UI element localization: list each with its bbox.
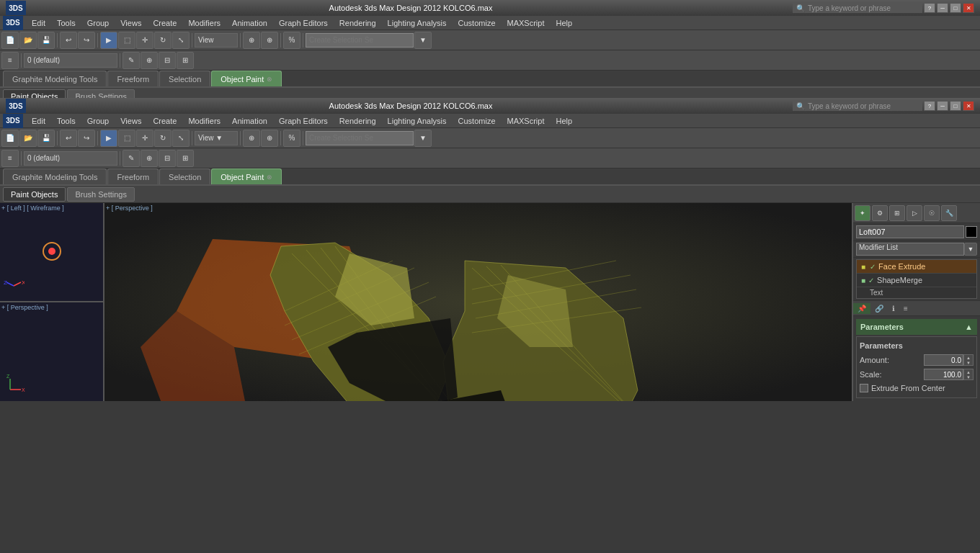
tab-freeform-2[interactable]: Freeform	[107, 168, 159, 184]
modifier-dropdown-arrow[interactable]: ▼	[964, 243, 977, 256]
menu-graph-editors-1[interactable]: Graph Editors	[273, 16, 334, 30]
object-name-input[interactable]	[856, 225, 964, 238]
rotate-btn-1[interactable]: ↻	[154, 32, 172, 49]
menu-customize-1[interactable]: Customize	[453, 16, 502, 30]
move-btn-1[interactable]: ✛	[136, 32, 153, 49]
sel-arrow-1[interactable]: ▼	[414, 32, 432, 49]
modifier-face-extrude[interactable]: ■ ✓ Face Extrude	[857, 260, 976, 274]
param-tab[interactable]: ≡	[899, 303, 912, 314]
panel-btn-create[interactable]: ✦	[855, 205, 870, 221]
paint-btn-2[interactable]: ✎	[122, 150, 140, 167]
panel-btn-hierarchy[interactable]: ⊞	[889, 205, 905, 221]
redo-btn-2[interactable]: ↪	[78, 130, 95, 147]
scale-btn-1[interactable]: ⤡	[172, 32, 190, 49]
menu-lighting-2[interactable]: Lighting Analysis	[382, 114, 453, 127]
menu-tools-1[interactable]: Tools	[51, 16, 81, 30]
scale-spinner[interactable]: ▲ ▼	[963, 369, 974, 380]
layer-dropdown-1[interactable]: 0 (default)	[24, 53, 117, 68]
paint4-btn-1[interactable]: ⊞	[177, 52, 194, 69]
select-region-btn-1[interactable]: ⬚	[118, 32, 135, 49]
maximize-btn-1[interactable]: □	[950, 3, 961, 13]
viewport-main[interactable]: + [ Perspective ]	[104, 203, 852, 401]
amount-spin-up[interactable]: ▲	[964, 355, 973, 360]
scale-input[interactable]	[924, 369, 963, 380]
scale-btn-2[interactable]: ⤡	[172, 130, 190, 147]
menu-maxscript-1[interactable]: MAXScript	[502, 16, 551, 30]
extrude-center-checkbox[interactable]	[860, 384, 868, 392]
pin-tab[interactable]: 📌	[853, 303, 870, 314]
snap-btn-1[interactable]: ⊕	[243, 32, 260, 49]
menu-maxscript-2[interactable]: MAXScript	[502, 114, 551, 127]
menu-create-2[interactable]: Create	[147, 114, 182, 127]
snap2-btn-1[interactable]: ⊕	[261, 32, 278, 49]
menu-edit-1[interactable]: Edit	[26, 16, 51, 30]
menu-create-1[interactable]: Create	[147, 16, 182, 30]
move-btn-2[interactable]: ✛	[136, 130, 153, 147]
tab-selection-2[interactable]: Selection	[159, 168, 210, 184]
viewport-bottom-left[interactable]: + [ Perspective ] X Z	[0, 302, 103, 402]
search-bar-2[interactable]: 🔍 Type a keyword or phrase	[793, 101, 922, 111]
undo-btn-1[interactable]: ↩	[60, 32, 77, 49]
amount-spin-down[interactable]: ▼	[964, 360, 973, 365]
panel-btn-utilities[interactable]: 🔧	[941, 205, 957, 221]
minimize-btn-2[interactable]: ─	[937, 101, 948, 111]
menu-modifiers-1[interactable]: Modifiers	[182, 16, 226, 30]
layer-dropdown-2[interactable]: 0 (default)	[24, 151, 117, 166]
info-tab[interactable]: ℹ	[888, 303, 899, 314]
menu-animation-1[interactable]: Animation	[226, 16, 273, 30]
panel-btn-display[interactable]: ☉	[924, 205, 940, 221]
maximize-btn-2[interactable]: □	[950, 101, 961, 111]
menu-tools-2[interactable]: Tools	[51, 114, 81, 127]
open-btn-1[interactable]: 📂	[19, 32, 37, 49]
view-dropdown-2[interactable]: View ▼	[195, 131, 238, 145]
sub-tab-paint-objects-2[interactable]: Paint Objects	[3, 187, 66, 202]
layer-icon-1[interactable]: ≡	[1, 52, 19, 69]
menu-rendering-2[interactable]: Rendering	[334, 114, 382, 127]
paint-btn-1[interactable]: ✎	[122, 52, 140, 69]
modifier-list-dropdown[interactable]: Modifier List	[856, 243, 964, 256]
search-bar-1[interactable]: 🔍 Type a keyword or phrase	[793, 3, 922, 13]
open-btn-2[interactable]: 📂	[19, 130, 37, 147]
help-btn-1[interactable]: ?	[924, 3, 935, 13]
create-selection-input-1[interactable]	[306, 33, 414, 48]
menu-graph-editors-2[interactable]: Graph Editors	[273, 114, 334, 127]
amount-input[interactable]	[924, 354, 963, 366]
select-btn-2[interactable]: ▶	[100, 130, 117, 147]
menu-rendering-1[interactable]: Rendering	[334, 16, 382, 30]
rotate-btn-2[interactable]: ↻	[154, 130, 172, 147]
percent-btn-2[interactable]: %	[283, 130, 300, 147]
tab-freeform-1[interactable]: Freeform	[107, 71, 159, 86]
menu-group-1[interactable]: Group	[81, 16, 115, 30]
sub-tab-brush-settings-2[interactable]: Brush Settings	[67, 187, 135, 202]
modifier-text[interactable]: Text	[857, 287, 976, 298]
redo-btn-1[interactable]: ↪	[78, 32, 95, 49]
undo-btn-2[interactable]: ↩	[60, 130, 77, 147]
menu-edit-2[interactable]: Edit	[26, 114, 51, 127]
paint2-btn-2[interactable]: ⊕	[141, 150, 158, 167]
percent-btn-1[interactable]: %	[283, 32, 300, 49]
select-btn-1[interactable]: ▶	[100, 32, 117, 49]
amount-spinner[interactable]: ▲ ▼	[963, 354, 974, 366]
param-header[interactable]: Parameters ▲	[856, 319, 977, 335]
tab-graphite-1[interactable]: Graphite Modeling Tools	[3, 71, 107, 86]
paint3-btn-2[interactable]: ⊟	[159, 150, 176, 167]
menu-views-1[interactable]: Views	[115, 16, 147, 30]
tab-selection-1[interactable]: Selection	[159, 71, 210, 86]
viewport-top-left[interactable]: + [ Left ] [ Wireframe ] X Z	[0, 203, 103, 302]
menu-modifiers-2[interactable]: Modifiers	[182, 114, 226, 127]
menu-help-1[interactable]: Help	[551, 16, 579, 30]
new-btn-2[interactable]: 📄	[1, 130, 19, 147]
menu-animation-2[interactable]: Animation	[226, 114, 273, 127]
close-btn-1[interactable]: ✕	[963, 3, 974, 13]
menu-help-2[interactable]: Help	[551, 114, 579, 127]
save-btn-2[interactable]: 💾	[37, 130, 55, 147]
tab-graphite-2[interactable]: Graphite Modeling Tools	[3, 168, 107, 184]
snap2-btn-2[interactable]: ⊕	[261, 130, 278, 147]
menu-customize-2[interactable]: Customize	[453, 114, 502, 127]
panel-btn-modify[interactable]: ⚙	[872, 205, 888, 221]
save-btn-1[interactable]: 💾	[37, 32, 55, 49]
panel-btn-motion[interactable]: ▷	[906, 205, 922, 221]
snap-btn-2[interactable]: ⊕	[243, 130, 260, 147]
tab-objectpaint-1[interactable]: Object Paint ⊗	[211, 71, 282, 86]
modifier-shapemerge[interactable]: ■ ✓ ShapeMerge	[857, 274, 976, 287]
